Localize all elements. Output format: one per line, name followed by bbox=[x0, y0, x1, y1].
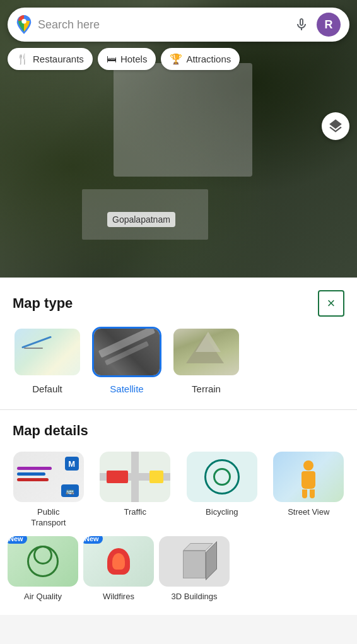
user-avatar[interactable]: R bbox=[317, 13, 341, 37]
search-bar[interactable]: Search here R bbox=[8, 8, 349, 42]
chip-attractions[interactable]: 🏆 Attractions bbox=[161, 48, 240, 70]
map-type-thumb-terrain bbox=[172, 327, 241, 377]
bottom-sheet: Map type × Default Satellite Terrain Map… bbox=[0, 278, 357, 615]
restaurant-icon: 🍴 bbox=[16, 53, 29, 65]
map-type-satellite[interactable]: Satellite bbox=[92, 327, 161, 394]
divider bbox=[0, 409, 357, 410]
chip-attractions-label: Attractions bbox=[186, 54, 231, 64]
3d-building-icon bbox=[183, 551, 206, 578]
3d-label: 3D Buildings bbox=[172, 592, 218, 602]
svg-point-1 bbox=[21, 19, 26, 24]
streetview-label: Street View bbox=[288, 507, 329, 518]
map-type-label-default: Default bbox=[32, 383, 62, 394]
map-type-label-terrain: Terrain bbox=[192, 383, 221, 394]
transit-thumb: M 🚌 bbox=[13, 452, 84, 502]
air-label: Air Quality bbox=[24, 592, 62, 602]
detail-bicycling[interactable]: Bicycling bbox=[181, 452, 263, 529]
air-waves bbox=[27, 546, 59, 577]
transit-lines bbox=[17, 464, 58, 484]
streetview-thumb bbox=[273, 452, 344, 502]
detail-air[interactable]: New Air Quality bbox=[8, 536, 78, 602]
air-thumb: New bbox=[8, 536, 78, 587]
detail-3d-buildings[interactable]: 3D Buildings bbox=[159, 536, 230, 602]
layers-button[interactable] bbox=[322, 112, 349, 140]
wildfire-thumb: New bbox=[83, 536, 154, 587]
traffic-label: Traffic bbox=[124, 507, 146, 518]
detail-wildfire[interactable]: New Wildfires bbox=[83, 536, 154, 602]
hotel-icon: 🛏 bbox=[107, 54, 117, 65]
map-type-grid: Default Satellite Terrain bbox=[0, 327, 357, 409]
detail-traffic[interactable]: Traffic bbox=[95, 452, 177, 529]
3d-thumb bbox=[159, 536, 230, 587]
chip-restaurants[interactable]: 🍴 Restaurants bbox=[8, 48, 93, 70]
metro-m-icon: M bbox=[65, 457, 79, 471]
map-type-label-satellite: Satellite bbox=[110, 383, 143, 394]
mic-icon[interactable] bbox=[293, 16, 310, 33]
bicycling-thumb bbox=[187, 452, 257, 502]
bicycling-label: Bicycling bbox=[206, 507, 238, 518]
map-details-row2: New Air Quality New Wildfires bbox=[0, 529, 357, 602]
location-label: Gopalapatnam bbox=[107, 212, 175, 227]
map-pin-icon bbox=[16, 17, 32, 32]
wildfire-new-badge: New bbox=[83, 536, 103, 544]
map-type-terrain[interactable]: Terrain bbox=[172, 327, 241, 394]
map-type-thumb-default bbox=[13, 327, 82, 377]
bus-icon: 🚌 bbox=[61, 484, 79, 497]
transit-label: PublicTransport bbox=[31, 507, 66, 529]
map-type-thumb-satellite bbox=[92, 327, 161, 377]
map-details-grid: M 🚌 PublicTransport Traffic Bicycling bbox=[0, 452, 357, 529]
traffic-thumb bbox=[100, 452, 170, 502]
chip-hotels-label: Hotels bbox=[120, 54, 148, 64]
air-new-badge: New bbox=[8, 536, 27, 544]
pegman-icon bbox=[301, 460, 315, 498]
fire-icon bbox=[107, 548, 130, 575]
wildfire-label: Wildfires bbox=[103, 592, 134, 602]
map-view[interactable]: Search here R 🍴 Restaurants 🛏 Hotels 🏆 A… bbox=[0, 0, 357, 278]
map-details-title: Map details bbox=[0, 423, 357, 452]
search-input[interactable]: Search here bbox=[38, 18, 288, 32]
detail-transit[interactable]: M 🚌 PublicTransport bbox=[8, 452, 90, 529]
filter-chips: 🍴 Restaurants 🛏 Hotels 🏆 Attractions bbox=[8, 48, 349, 70]
map-type-header: Map type × bbox=[0, 278, 357, 327]
chip-hotels[interactable]: 🛏 Hotels bbox=[98, 48, 156, 70]
chip-restaurants-label: Restaurants bbox=[33, 54, 84, 64]
map-type-title: Map type bbox=[13, 295, 73, 312]
close-button[interactable]: × bbox=[318, 290, 344, 317]
map-background bbox=[0, 0, 357, 278]
attraction-icon: 🏆 bbox=[170, 53, 182, 65]
detail-streetview[interactable]: Street View bbox=[268, 452, 350, 529]
map-type-default[interactable]: Default bbox=[13, 327, 82, 394]
